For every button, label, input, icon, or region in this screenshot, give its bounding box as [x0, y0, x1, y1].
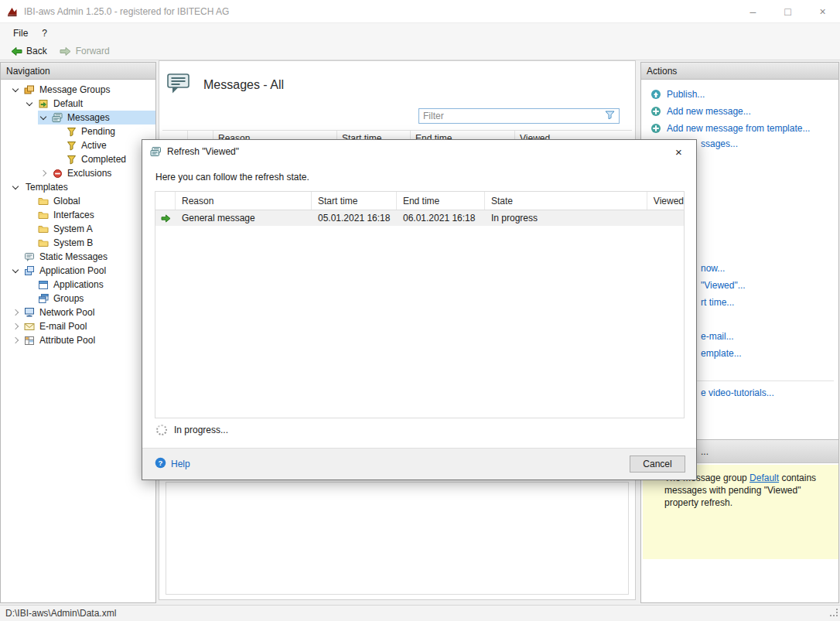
- chevron-spacer: [24, 279, 36, 290]
- action-partial-template[interactable]: emplate...: [701, 348, 742, 359]
- action-partial-video-tutorials[interactable]: e video-tutorials...: [701, 387, 774, 398]
- tree-item-label: Application Pool: [37, 265, 106, 276]
- attribute-pool-icon: [23, 335, 36, 346]
- progress-spinner-icon: [156, 425, 167, 435]
- add-message-icon: [650, 106, 662, 118]
- table-row[interactable]: General message 05.01.2021 16:18 06.01.2…: [155, 210, 684, 226]
- tree-item-application-pool[interactable]: Application Pool: [1, 264, 155, 278]
- window-controls: – □ ×: [736, 0, 840, 23]
- app-logo-icon: [6, 5, 19, 17]
- tree-item-active[interactable]: Active: [1, 138, 155, 152]
- chevron-right-icon[interactable]: [10, 335, 22, 346]
- maximize-button[interactable]: □: [770, 0, 805, 23]
- dialog-status-text: In progress...: [174, 425, 228, 435]
- action-partial-start-time[interactable]: rt time...: [701, 297, 734, 308]
- tree-item-messages[interactable]: Messages: [1, 111, 155, 125]
- tree-item-label: Applications: [51, 279, 104, 290]
- action-publish[interactable]: Publish...: [650, 86, 835, 103]
- chevron-down-icon[interactable]: [10, 265, 22, 276]
- email-pool-icon: [23, 321, 36, 333]
- minimize-button[interactable]: –: [736, 0, 770, 23]
- action-add-new-message[interactable]: Add new message...: [650, 103, 835, 120]
- action-add-new-message-from-template[interactable]: Add new message from template...: [650, 120, 835, 137]
- tree-item-default[interactable]: Default: [1, 97, 155, 111]
- column-header-start-time[interactable]: Start time: [312, 192, 397, 210]
- chevron-spacer: [24, 196, 36, 206]
- message-group-icon: [37, 98, 50, 110]
- cancel-button[interactable]: Cancel: [630, 456, 685, 473]
- tree-item-label: Exclusions: [65, 168, 111, 179]
- applications-icon: [37, 279, 50, 291]
- content-header: Messages - All: [166, 72, 284, 97]
- column-header-reason[interactable]: Reason: [176, 192, 312, 210]
- filter-funnel-icon[interactable]: [605, 111, 615, 122]
- publish-icon: [650, 89, 662, 101]
- help-link[interactable]: ? Help: [155, 457, 190, 471]
- dialog-status-row: In progress...: [156, 425, 228, 435]
- tree-item-label: Message Groups: [37, 84, 110, 95]
- chevron-down-icon[interactable]: [24, 98, 36, 109]
- tree-item-label: Groups: [51, 293, 84, 304]
- tree-item-pending[interactable]: Pending: [1, 125, 155, 138]
- column-header-end-time[interactable]: End time: [397, 192, 485, 210]
- back-button[interactable]: Back: [5, 43, 53, 59]
- column-header-icon[interactable]: [155, 192, 176, 210]
- filter-input[interactable]: [423, 111, 605, 121]
- forward-button[interactable]: Forward: [54, 43, 115, 59]
- navigation-panel-header: Navigation: [1, 63, 155, 80]
- tree-item-system-b[interactable]: System B: [1, 236, 155, 250]
- chevron-right-icon[interactable]: [38, 168, 50, 179]
- menu-bar: File ?: [0, 23, 840, 43]
- exclusions-icon: [51, 168, 63, 179]
- tree-item-label: Active: [79, 140, 107, 151]
- help-icon: ?: [155, 457, 166, 471]
- refresh-state-table: Reason Start time End time State Viewed …: [155, 191, 685, 418]
- tree-item-applications[interactable]: Applications: [1, 278, 155, 292]
- navigation-panel: Navigation Message Groups Default Messag…: [0, 62, 156, 603]
- chevron-spacer: [24, 293, 36, 304]
- tree-item-global[interactable]: Global: [1, 194, 155, 208]
- chevron-down-icon[interactable]: [38, 112, 50, 123]
- cell-end-time: 06.01.2021 16:18: [397, 210, 485, 226]
- tree-item-attribute-pool[interactable]: Attribute Pool: [1, 333, 155, 347]
- tree-item-static-messages[interactable]: Static Messages: [1, 250, 155, 264]
- tree-item-label: Attribute Pool: [37, 335, 95, 346]
- action-partial-refresh-viewed[interactable]: "Viewed"...: [701, 280, 746, 291]
- close-button[interactable]: ×: [805, 0, 840, 23]
- network-pool-icon: [23, 307, 36, 319]
- tree-item-label: Static Messages: [37, 251, 108, 262]
- dialog-close-button[interactable]: ×: [661, 140, 696, 163]
- menu-file[interactable]: File: [6, 23, 35, 43]
- chevron-spacer: [24, 210, 36, 220]
- title-bar: IBI-aws Admin 1.25.0 - registered for IB…: [0, 0, 840, 23]
- action-partial-messages[interactable]: ssages...: [701, 138, 738, 149]
- back-arrow-icon: [10, 46, 22, 57]
- tree-item-completed[interactable]: Completed: [1, 152, 155, 166]
- back-label: Back: [26, 46, 47, 56]
- svg-text:?: ?: [159, 459, 163, 467]
- chevron-right-icon[interactable]: [10, 307, 22, 318]
- chevron-down-icon[interactable]: [10, 84, 22, 95]
- folder-icon: [37, 210, 50, 221]
- tree-item-label: E-mail Pool: [37, 321, 87, 332]
- chevron-right-icon[interactable]: [10, 321, 22, 332]
- tree-item-network-pool[interactable]: Network Pool: [1, 305, 155, 319]
- tree-item-templates[interactable]: Templates: [1, 180, 155, 194]
- chevron-down-icon[interactable]: [10, 182, 22, 193]
- status-bar: D:\IBI-aws\Admin\Data.xml: [0, 605, 840, 621]
- tree-item-groups[interactable]: Groups: [1, 292, 155, 305]
- action-partial-email[interactable]: e-mail...: [701, 331, 734, 342]
- resize-grip-icon[interactable]: [830, 609, 838, 619]
- menu-help[interactable]: ?: [35, 23, 54, 43]
- tree-item-exclusions[interactable]: Exclusions: [1, 166, 155, 180]
- data-file-path: D:\IBI-aws\Admin\Data.xml: [5, 608, 116, 619]
- action-partial-refresh-now[interactable]: now...: [701, 263, 725, 274]
- column-header-state[interactable]: State: [485, 192, 647, 210]
- tree-item-system-a[interactable]: System A: [1, 222, 155, 236]
- folder-icon: [37, 237, 50, 249]
- column-header-viewed[interactable]: Viewed: [647, 192, 684, 210]
- tree-item-email-pool[interactable]: E-mail Pool: [1, 319, 155, 333]
- tree-item-message-groups[interactable]: Message Groups: [1, 83, 155, 97]
- tree-item-interfaces[interactable]: Interfaces: [1, 208, 155, 222]
- default-group-link[interactable]: Default: [750, 473, 779, 483]
